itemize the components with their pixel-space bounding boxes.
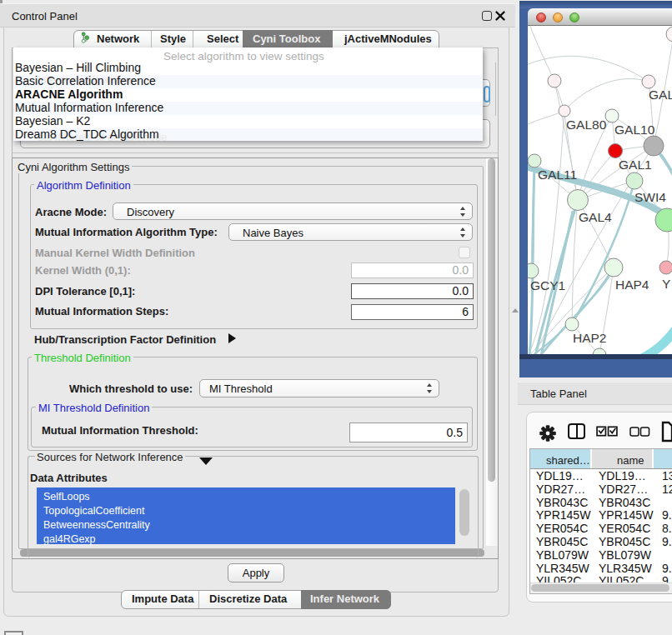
svg-text:GAL10: GAL10	[614, 122, 655, 137]
svg-text:HAP2: HAP2	[573, 331, 607, 345]
svg-text:HAP4: HAP4	[615, 278, 649, 292]
svg-text:GAL4: GAL4	[579, 210, 612, 224]
svg-text:GAL1: GAL1	[619, 158, 652, 172]
svg-text:GAL: GAL	[649, 88, 672, 102]
svg-text:Y: Y	[662, 277, 670, 291]
svg-text:SWI4: SWI4	[634, 190, 666, 204]
svg-text:GCY1: GCY1	[530, 278, 565, 292]
svg-text:GAL80: GAL80	[566, 118, 607, 132]
svg-text:GAL11: GAL11	[538, 168, 577, 182]
